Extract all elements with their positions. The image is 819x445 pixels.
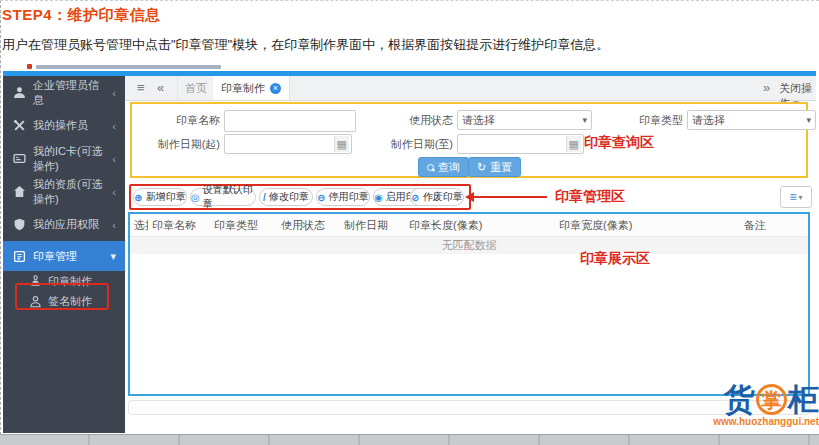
search-icon (427, 164, 434, 171)
caret-down-icon: ▾ (582, 115, 587, 125)
annotation-manage-area: 印章管理区 (555, 188, 625, 206)
disable-seal-button[interactable]: ⊖ 停用印章 (316, 188, 370, 206)
selection-dashed-border-left (0, 0, 1, 445)
stamp-icon (29, 275, 42, 288)
chevron-down-icon: ▾ (110, 250, 116, 263)
column-header-remark[interactable]: 备注 (740, 214, 808, 236)
calendar-icon[interactable]: ▦ (566, 136, 581, 152)
cutoff-window-header (3, 62, 816, 71)
collapse-right-icon[interactable]: » (763, 80, 770, 95)
edit-seal-button[interactable]: / 修改印章 (259, 188, 313, 206)
taskbar-sliver (0, 434, 819, 445)
tab-home[interactable]: 首页 (177, 76, 215, 100)
annotation-display-area: 印章展示区 (580, 250, 650, 268)
seal-name-label: 印章名称 (132, 112, 220, 128)
column-header-seal-type[interactable]: 印章类型 (210, 214, 277, 236)
sidebar-item-label: 我的IC卡(可选操作) (33, 144, 105, 174)
column-header-status[interactable]: 使用状态 (277, 214, 340, 236)
app-screenshot: 企业管理员信息 ‹ 我的操作员 ‹ 我的IC卡(可选操作) ‹ 我的资质(可选操… (3, 62, 816, 433)
date-to-input[interactable]: ▦ (457, 134, 584, 154)
sidebar-item-qualifications[interactable]: 我的资质(可选操作) ‹ (3, 175, 125, 208)
chevron-left-icon: ‹ (112, 120, 116, 132)
caret-down-icon: ▾ (806, 115, 811, 125)
cutoff-header-text (36, 65, 221, 69)
tab-label: 印章制作 (221, 76, 265, 100)
search-button-label: 查询 (438, 160, 460, 175)
step-title: STEP4：维护印章信息 (2, 6, 161, 25)
column-settings-button[interactable]: ≡ ▾ (780, 186, 812, 208)
user-icon (13, 86, 26, 99)
column-header-seal-name[interactable]: 印章名称 (148, 214, 210, 236)
calendar-icon[interactable]: ▦ (334, 136, 349, 152)
button-label: 设置默认印章 (203, 183, 255, 211)
add-circle-icon: ⊕ (134, 192, 142, 203)
chevron-left-icon: ‹ (112, 186, 116, 198)
watermark-url: www.huozhanggui.net (696, 417, 819, 427)
menu-icon[interactable]: ≡ (137, 80, 145, 95)
watermark-char: 货 (724, 384, 755, 415)
sidebar-item-label: 企业管理员信息 (33, 78, 105, 108)
button-label: 停用印章 (329, 190, 369, 204)
button-label: 新增印章 (146, 190, 186, 204)
sidebar: 企业管理员信息 ‹ 我的操作员 ‹ 我的IC卡(可选操作) ‹ 我的资质(可选操… (3, 76, 125, 433)
sidebar-subitem-label: 签名制作 (48, 294, 92, 309)
sidebar-item-admin-info[interactable]: 企业管理员信息 ‹ (3, 76, 125, 109)
seal-type-select[interactable]: 请选择 ▾ (687, 110, 816, 130)
tab-bar: ≡ « 首页 印章制作 × » 关闭操作 ▾ (125, 76, 816, 101)
reset-button[interactable]: ↻ 重置 (468, 157, 521, 177)
sidebar-item-label: 我的资质(可选操作) (33, 177, 105, 207)
watermark-char: 柜 (788, 384, 819, 415)
ban-circle-icon: ⊘ (411, 192, 419, 203)
tab-seal-making[interactable]: 印章制作 × (213, 76, 290, 100)
sidebar-subitem-signature-making[interactable]: 签名制作 (3, 291, 125, 311)
status-select[interactable]: 请选择 ▾ (457, 110, 592, 130)
annotation-arrow (473, 196, 547, 198)
chevron-left-icon: ‹ (112, 153, 116, 165)
search-button[interactable]: 查询 (418, 157, 469, 177)
set-default-seal-button[interactable]: ◎ 设置默认印章 (190, 188, 256, 206)
seal-query-panel: 印章名称 使用状态 请选择 ▾ 印章类型 请选择 ▾ 制作日期(起) ▦ 制作日… (130, 102, 808, 178)
void-seal-button[interactable]: ⊘ 作废印章 (410, 188, 464, 206)
minus-circle-icon: ⊖ (317, 192, 325, 203)
sidebar-subitem-label: 印章制作 (48, 274, 92, 289)
person-icon (29, 295, 42, 308)
seal-type-select-value: 请选择 (692, 113, 725, 128)
table-empty-message: 无匹配数据 (130, 237, 808, 254)
caret-down-icon: ▾ (799, 193, 803, 202)
list-icon: ≡ (789, 190, 796, 204)
watermark-char: 掌 (762, 390, 782, 410)
sidebar-subitem-seal-making[interactable]: 印章制作 (3, 271, 125, 291)
column-header-date[interactable]: 制作日期 (340, 214, 405, 236)
date-from-input[interactable]: ▦ (224, 134, 352, 154)
seal-name-input[interactable] (224, 110, 356, 132)
home-icon (13, 185, 26, 198)
sidebar-item-label: 印章管理 (33, 249, 77, 264)
chevron-left-icon: ‹ (112, 87, 116, 99)
step-description: 用户在管理员账号管理中点击"印章管理"模块，在印章制作界面中，根据界面按钮提示进… (2, 36, 609, 54)
tools-icon (13, 119, 26, 132)
column-header-select[interactable]: 选择 (130, 214, 148, 236)
sidebar-item-ic-card[interactable]: 我的IC卡(可选操作) ‹ (3, 142, 125, 175)
add-seal-button[interactable]: ⊕ 新增印章 (133, 188, 187, 206)
date-from-label: 制作日期(起) (132, 136, 220, 152)
date-to-label: 制作日期(至) (369, 136, 453, 152)
collapse-left-icon[interactable]: « (157, 80, 164, 95)
check-circle-icon: ◉ (374, 192, 383, 203)
column-header-length[interactable]: 印章长度(像素) (405, 214, 555, 236)
chevron-left-icon: ‹ (112, 219, 116, 231)
logo-icon (27, 64, 32, 69)
tab-close-icon[interactable]: × (270, 83, 281, 94)
column-header-width[interactable]: 印章宽度(像素) (555, 214, 740, 236)
seal-table: 选择 印章名称 印章类型 使用状态 制作日期 印章长度(像素) 印章宽度(像素)… (128, 212, 810, 396)
seal-type-label: 印章类型 (599, 112, 683, 128)
watermark-logo: 货 掌 柜 www.huozhanggui.net (696, 384, 819, 427)
status-label: 使用状态 (369, 112, 453, 128)
reset-button-label: 重置 (490, 160, 512, 175)
sidebar-item-permissions[interactable]: 我的应用权限 ‹ (3, 208, 125, 241)
main-content: ≡ « 首页 印章制作 × » 关闭操作 ▾ 印章名称 使用状态 请 (125, 76, 816, 433)
seal-management-icon (13, 250, 26, 263)
sidebar-item-operators[interactable]: 我的操作员 ‹ (3, 109, 125, 142)
status-select-value: 请选择 (462, 113, 495, 128)
sidebar-item-seal-management[interactable]: 印章管理 ▾ (3, 241, 125, 271)
reset-icon: ↻ (477, 161, 486, 174)
